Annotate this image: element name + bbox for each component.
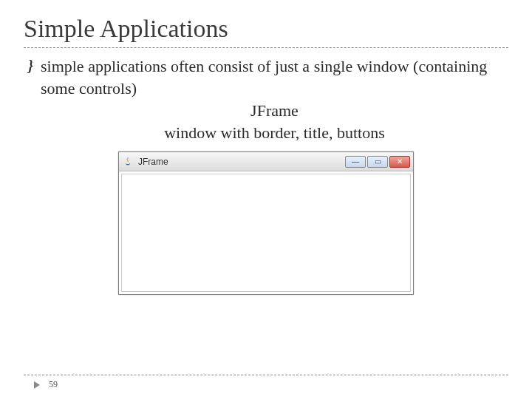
java-icon [122, 156, 134, 168]
minimize-button[interactable]: — [345, 156, 366, 168]
bullet-body: simple applications often consist of jus… [41, 55, 508, 144]
window-buttons: — ▭ ✕ [345, 156, 410, 168]
bullet-marker-icon: } [28, 55, 33, 76]
bullet-text-1: simple applications often consist of jus… [41, 55, 508, 100]
window-title: JFrame [138, 157, 345, 167]
bullet-text-3: window with border, title, buttons [41, 122, 508, 144]
slide-title: Simple Applications [24, 15, 508, 43]
divider-bottom [24, 375, 508, 375]
client-area [121, 174, 411, 292]
titlebar: JFrame — ▭ ✕ [119, 152, 413, 171]
bullet-item: } simple applications often consist of j… [24, 55, 508, 144]
close-button[interactable]: ✕ [389, 156, 410, 168]
page-number: 59 [49, 379, 58, 390]
bullet-text-2: JFrame [41, 100, 508, 122]
maximize-button[interactable]: ▭ [367, 156, 388, 168]
jframe-window: JFrame — ▭ ✕ [118, 151, 414, 295]
page-arrow-icon [34, 381, 40, 389]
jframe-screenshot: JFrame — ▭ ✕ [24, 151, 508, 295]
slide: Simple Applications } simple application… [0, 0, 532, 399]
divider-top [24, 47, 508, 48]
